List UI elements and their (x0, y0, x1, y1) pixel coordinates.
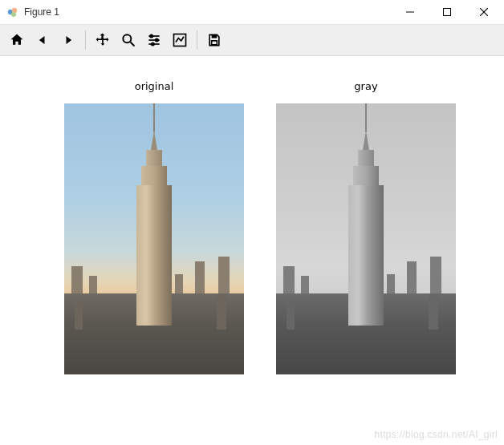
image-gray (276, 103, 456, 374)
window-titlebar: Figure 1 (0, 0, 504, 24)
svg-point-7 (123, 34, 131, 42)
svg-point-2 (11, 12, 16, 17)
svg-rect-16 (212, 34, 217, 38)
figure-canvas[interactable]: original gray https://blog.csdn.net/AI_g… (0, 56, 504, 445)
window-controls (392, 0, 502, 24)
svg-point-14 (152, 42, 154, 45)
subplot-title: original (64, 80, 244, 92)
window-title: Figure 1 (24, 6, 59, 18)
svg-line-8 (131, 42, 135, 47)
subplot-original: original (64, 80, 244, 374)
svg-point-13 (156, 38, 158, 41)
svg-rect-17 (212, 41, 217, 45)
maximize-button[interactable] (429, 0, 465, 24)
watermark: https://blog.csdn.net/AI_girl (375, 429, 498, 440)
image-original (64, 103, 244, 374)
matplotlib-toolbar (0, 24, 504, 56)
app-icon (6, 6, 19, 18)
configure-subplots-button[interactable] (142, 28, 166, 52)
pan-button[interactable] (91, 28, 115, 52)
svg-rect-4 (444, 9, 451, 16)
zoom-button[interactable] (116, 28, 140, 52)
toolbar-separator (85, 30, 86, 50)
home-button[interactable] (5, 28, 29, 52)
toolbar-separator (197, 30, 197, 50)
forward-button[interactable] (56, 28, 80, 52)
minimize-button[interactable] (392, 0, 429, 24)
svg-point-12 (150, 34, 152, 37)
close-button[interactable] (465, 0, 502, 24)
back-button[interactable] (30, 28, 55, 52)
subplot-title: gray (276, 80, 456, 92)
subplot-gray: gray (276, 80, 456, 374)
save-button[interactable] (202, 28, 226, 52)
edit-axes-button[interactable] (168, 28, 192, 52)
